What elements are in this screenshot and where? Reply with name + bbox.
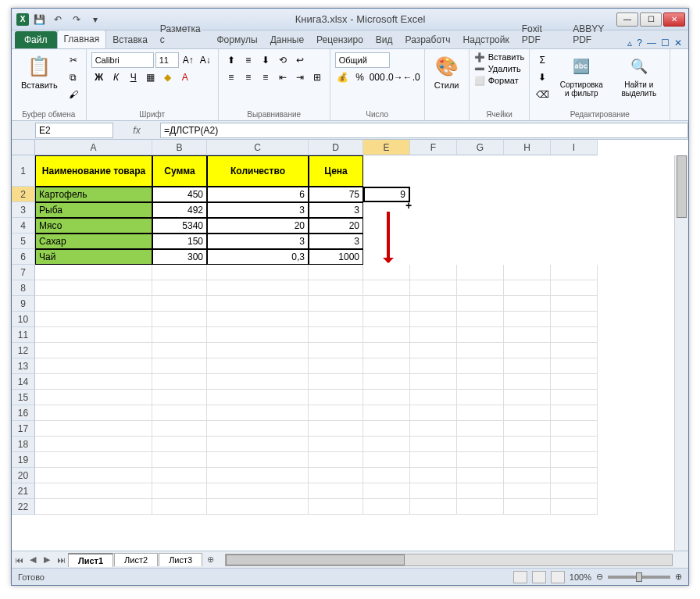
doc-close-icon[interactable]: ✕ xyxy=(674,37,682,48)
row-header-2[interactable]: 2 xyxy=(12,187,35,202)
border-icon[interactable]: ▦ xyxy=(143,70,159,85)
empty-cell[interactable] xyxy=(551,280,598,296)
empty-cell[interactable] xyxy=(457,421,504,437)
cell-qty-3[interactable]: 3 xyxy=(207,234,309,249)
empty-cell[interactable] xyxy=(309,468,363,483)
empty-cell[interactable] xyxy=(504,358,551,374)
cell-name-3[interactable]: Сахар xyxy=(35,234,152,249)
column-header-D[interactable]: D xyxy=(309,140,363,155)
empty-cell[interactable] xyxy=(504,312,551,327)
cell-price-1[interactable]: 3 xyxy=(309,202,363,218)
row-header-5[interactable]: 5 xyxy=(12,234,35,249)
align-bottom-icon[interactable]: ⬇ xyxy=(258,52,273,68)
empty-cell[interactable] xyxy=(363,483,410,499)
empty-cell[interactable] xyxy=(410,327,457,343)
sheet-tab-2[interactable]: Лист2 xyxy=(114,553,158,566)
empty-cell[interactable] xyxy=(35,343,152,358)
empty-cell[interactable] xyxy=(309,327,363,343)
empty-cell[interactable] xyxy=(551,483,598,499)
empty-cell[interactable] xyxy=(152,390,207,405)
empty-cell[interactable] xyxy=(35,312,152,327)
empty-cell[interactable] xyxy=(363,343,410,358)
cell-name-1[interactable]: Рыба xyxy=(35,202,152,218)
empty-cell[interactable] xyxy=(551,265,598,280)
empty-cell[interactable] xyxy=(551,405,598,421)
empty-cell[interactable] xyxy=(504,437,551,452)
column-header-I[interactable]: I xyxy=(551,140,598,155)
font-size-combo[interactable]: 11 xyxy=(155,52,179,68)
sheet-tab-1[interactable]: Лист1 xyxy=(68,553,113,567)
redo-icon[interactable]: ↷ xyxy=(68,11,85,28)
empty-cell[interactable] xyxy=(551,358,598,374)
decrease-decimal-icon[interactable]: ←.0 xyxy=(404,70,420,85)
cell-price-0[interactable]: 75 xyxy=(309,187,363,202)
row-header-6[interactable]: 6 xyxy=(12,249,35,265)
sort-filter-button[interactable]: 🔤 Сортировка и фильтр xyxy=(553,52,609,99)
row-header-8[interactable]: 8 xyxy=(12,280,35,296)
increase-indent-icon[interactable]: ⇥ xyxy=(292,70,308,85)
empty-cell[interactable] xyxy=(363,374,410,390)
empty-cell[interactable] xyxy=(551,327,598,343)
empty-cell[interactable] xyxy=(504,265,551,280)
tab-home[interactable]: Главная xyxy=(57,30,107,48)
maximize-button[interactable]: ☐ xyxy=(640,12,662,27)
clear-icon[interactable]: ⌫ xyxy=(534,87,550,102)
tab-formulas[interactable]: Формулы xyxy=(211,31,264,48)
fx-icon[interactable]: fx xyxy=(125,125,148,136)
empty-cell[interactable] xyxy=(35,390,152,405)
select-all-corner[interactable] xyxy=(12,140,35,155)
paste-button[interactable]: 📋 Вставить xyxy=(16,52,62,91)
cell-sum-1[interactable]: 492 xyxy=(152,202,207,218)
cell-sum-3[interactable]: 150 xyxy=(152,234,207,249)
view-page-layout-icon[interactable] xyxy=(532,571,546,583)
undo-icon[interactable]: ↶ xyxy=(49,11,66,28)
column-header-A[interactable]: A xyxy=(35,140,152,155)
empty-cell[interactable] xyxy=(457,452,504,468)
fill-color-icon[interactable]: ◆ xyxy=(160,70,176,85)
qat-more-icon[interactable]: ▾ xyxy=(87,11,104,28)
empty-cell[interactable] xyxy=(207,468,309,483)
cell-qty-4[interactable]: 0,3 xyxy=(207,249,309,265)
empty-cell[interactable] xyxy=(363,327,410,343)
empty-cell[interactable] xyxy=(309,405,363,421)
header-cell-3[interactable]: Цена xyxy=(309,155,363,187)
empty-cell[interactable] xyxy=(363,280,410,296)
empty-cell[interactable] xyxy=(457,390,504,405)
currency-icon[interactable]: 💰 xyxy=(335,70,351,85)
empty-cell[interactable] xyxy=(551,499,598,515)
insert-cells-button[interactable]: ➕Вставить xyxy=(474,52,525,62)
decrease-font-icon[interactable]: A↓ xyxy=(198,52,213,68)
find-select-button[interactable]: 🔍 Найти и выделить xyxy=(612,52,665,99)
doc-max-icon[interactable]: ☐ xyxy=(661,37,670,48)
view-normal-icon[interactable] xyxy=(513,571,527,583)
empty-cell[interactable] xyxy=(207,499,309,515)
empty-cell[interactable] xyxy=(363,358,410,374)
empty-cell[interactable] xyxy=(504,280,551,296)
empty-cell[interactable] xyxy=(152,343,207,358)
cell-sum-4[interactable]: 300 xyxy=(152,249,207,265)
empty-cell[interactable] xyxy=(363,296,410,312)
vscroll-thumb[interactable] xyxy=(677,155,687,218)
horizontal-scrollbar[interactable] xyxy=(225,554,673,566)
cut-icon[interactable]: ✂ xyxy=(66,52,81,68)
decrease-indent-icon[interactable]: ⇤ xyxy=(275,70,291,85)
empty-cell[interactable] xyxy=(35,327,152,343)
row-header-21[interactable]: 21 xyxy=(12,483,35,499)
empty-cell[interactable] xyxy=(410,280,457,296)
header-cell-2[interactable]: Количество xyxy=(207,155,309,187)
empty-cell[interactable] xyxy=(309,421,363,437)
empty-cell[interactable] xyxy=(504,343,551,358)
tab-data[interactable]: Данные xyxy=(264,31,310,48)
align-left-icon[interactable]: ≡ xyxy=(223,70,239,85)
fill-handle-icon[interactable]: + xyxy=(405,199,412,212)
empty-cell[interactable] xyxy=(35,265,152,280)
cell-price-4[interactable]: 1000 xyxy=(309,249,363,265)
row-header-12[interactable]: 12 xyxy=(12,343,35,358)
empty-cell[interactable] xyxy=(207,483,309,499)
empty-cell[interactable] xyxy=(410,405,457,421)
empty-cell[interactable] xyxy=(457,374,504,390)
format-cells-button[interactable]: ⬜Формат xyxy=(474,76,525,86)
tab-foxit[interactable]: Foxit PDF xyxy=(516,20,566,48)
empty-cell[interactable] xyxy=(35,483,152,499)
empty-cell[interactable] xyxy=(551,374,598,390)
